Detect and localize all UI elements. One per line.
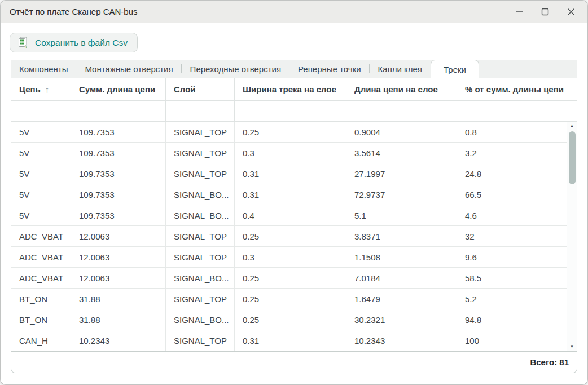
cell-total-net-length: 109.7353: [71, 184, 165, 205]
cell-net: BT_ON: [11, 289, 71, 309]
filter-input-layer[interactable]: [166, 101, 234, 121]
table-row[interactable]: BT_ON 31.88 SIGNAL_TOP 0.25 1.6479 5.2: [11, 289, 567, 309]
table-row[interactable]: 5V 109.7353 SIGNAL_TOP 0.25 0.9004 0.8: [11, 122, 567, 143]
maximize-icon: [541, 8, 549, 16]
titlebar: Отчёт по плате Сканер CAN-bus: [1, 1, 587, 23]
cell-track-width: 0.3: [234, 143, 346, 163]
table-row[interactable]: 5V 109.7353 SIGNAL_BO... 0.31 72.9737 66…: [11, 184, 567, 205]
table-row[interactable]: ADC_VBAT 12.0063 SIGNAL_TOP 0.3 1.1508 9…: [11, 247, 567, 268]
tab-via-holes[interactable]: Переходные отверстия: [182, 60, 289, 78]
cell-track-width: 0.31: [234, 330, 346, 351]
filter-input-track-width[interactable]: [235, 101, 346, 121]
filter-input-net-length-on-layer[interactable]: [346, 101, 457, 121]
column-header-layer[interactable]: Слой: [165, 78, 234, 100]
cell-total-net-length: 12.0063: [71, 226, 165, 246]
cell-net: 5V: [11, 184, 71, 205]
cell-net-length-on-layer: 30.2321: [346, 309, 457, 330]
cell-track-width: 0.3: [234, 247, 346, 267]
maximize-button[interactable]: [537, 4, 554, 20]
cell-layer: SIGNAL_TOP: [165, 143, 234, 163]
cell-track-width: 0.31: [234, 163, 346, 184]
table-row[interactable]: BT_ON 31.88 SIGNAL_BO... 0.25 30.2321 94…: [11, 309, 567, 330]
minimize-button[interactable]: [511, 4, 528, 20]
column-header-net-length-on-layer[interactable]: Длина цепи на слое: [346, 78, 457, 100]
filter-cell: [11, 101, 71, 121]
tab-label: Переходные отверстия: [190, 64, 281, 74]
cell-layer: SIGNAL_TOP: [165, 122, 234, 142]
tab-mounting-holes[interactable]: Монтажные отверстия: [76, 60, 181, 78]
column-header-total-net-length[interactable]: Сумм. длина цепи: [71, 78, 165, 100]
tab-label: Монтажные отверстия: [85, 64, 173, 74]
save-csv-label: Сохранить в файл Csv: [35, 38, 128, 48]
column-header-net[interactable]: Цепь ↑: [11, 78, 71, 100]
cell-percent: 94.8: [457, 309, 567, 330]
cell-total-net-length: 109.7353: [71, 143, 165, 163]
table-footer: Всего: 81: [11, 351, 577, 373]
cell-total-net-length: 31.88: [71, 309, 165, 330]
filter-cell: [346, 101, 457, 121]
tab-label: Реперные точки: [298, 64, 361, 74]
cell-total-net-length: 31.88: [71, 289, 165, 309]
cell-net-length-on-layer: 0.9004: [346, 122, 457, 142]
cell-layer: SIGNAL_TOP: [165, 226, 234, 246]
cell-percent: 66.5: [457, 184, 567, 205]
close-button[interactable]: [563, 4, 580, 20]
table-row[interactable]: 5V 109.7353 SIGNAL_TOP 0.31 27.1997 24.8: [11, 163, 567, 184]
cell-percent: 24.8: [457, 163, 567, 184]
table-row[interactable]: 5V 109.7353 SIGNAL_TOP 0.3 3.5614 3.2: [11, 143, 567, 163]
filter-row: [11, 101, 577, 122]
filter-input-percent[interactable]: [457, 101, 577, 121]
tab-components[interactable]: Компоненты: [11, 60, 76, 78]
cell-total-net-length: 109.7353: [71, 163, 165, 184]
cell-layer: SIGNAL_BO...: [165, 309, 234, 330]
cell-percent: 0.8: [457, 122, 567, 142]
table-header-row: Цепь ↑ Сумм. длина цепи Слой Ширина трек…: [11, 78, 577, 101]
cell-net: ADC_VBAT: [11, 268, 71, 288]
vertical-scrollbar[interactable]: ▲ ▼: [567, 122, 577, 351]
column-header-percent-of-total[interactable]: % от сумм. длины цепи: [457, 78, 577, 100]
cell-layer: SIGNAL_BO...: [165, 184, 234, 205]
scrollbar-thumb[interactable]: [569, 131, 576, 184]
filter-input-total-net-length[interactable]: [71, 101, 165, 121]
close-icon: [567, 8, 575, 16]
filter-input-net[interactable]: [11, 101, 71, 121]
filter-cell: [234, 101, 346, 121]
column-header-track-width-on-layer[interactable]: Ширина трека на слое: [234, 78, 346, 100]
table-row[interactable]: 5V 109.7353 SIGNAL_BO... 0.4 5.1 4.6: [11, 205, 567, 226]
scroll-down-icon[interactable]: ▼: [570, 344, 574, 349]
cell-total-net-length: 10.2343: [71, 330, 165, 351]
tracks-table: Цепь ↑ Сумм. длина цепи Слой Ширина трек…: [11, 78, 577, 373]
tab-tracks[interactable]: Треки: [431, 60, 479, 78]
tab-label: Треки: [444, 65, 466, 74]
report-window: Отчёт по плате Сканер CAN-bus: [0, 0, 588, 385]
cell-percent: 9.6: [457, 247, 567, 267]
cell-net-length-on-layer: 5.1: [346, 205, 457, 225]
cell-track-width: 0.31: [234, 184, 346, 205]
tab-glue-dots[interactable]: Капли клея: [370, 60, 431, 78]
cell-total-net-length: 109.7353: [71, 122, 165, 142]
cell-net: 5V: [11, 163, 71, 184]
cell-layer: SIGNAL_TOP: [165, 330, 234, 351]
cell-track-width: 0.4: [234, 205, 346, 225]
cell-net-length-on-layer: 7.0184: [346, 268, 457, 288]
svg-text:,: ,: [25, 43, 27, 48]
scroll-up-icon[interactable]: ▲: [570, 123, 574, 129]
save-csv-button[interactable]: , Сохранить в файл Csv: [10, 33, 138, 52]
cell-track-width: 0.25: [234, 226, 346, 246]
filter-cell: [165, 101, 234, 121]
cell-track-width: 0.25: [234, 268, 346, 288]
cell-net-length-on-layer: 27.1997: [346, 163, 457, 184]
cell-layer: SIGNAL_BO...: [165, 268, 234, 288]
tab-fiducial-points[interactable]: Реперные точки: [289, 60, 370, 78]
cell-percent: 58.5: [457, 268, 567, 288]
cell-total-net-length: 12.0063: [71, 268, 165, 288]
minimize-icon: [515, 8, 523, 16]
table-row[interactable]: ADC_VBAT 12.0063 SIGNAL_TOP 0.25 3.8371 …: [11, 226, 567, 247]
cell-net: BT_ON: [11, 309, 71, 330]
cell-percent: 3.2: [457, 143, 567, 163]
table-row[interactable]: CAN_H 10.2343 SIGNAL_TOP 0.31 10.2343 10…: [11, 330, 567, 351]
cell-layer: SIGNAL_TOP: [165, 247, 234, 267]
filter-cell: [457, 101, 577, 121]
cell-net-length-on-layer: 1.6479: [346, 289, 457, 309]
table-row[interactable]: ADC_VBAT 12.0063 SIGNAL_BO... 0.25 7.018…: [11, 268, 567, 289]
